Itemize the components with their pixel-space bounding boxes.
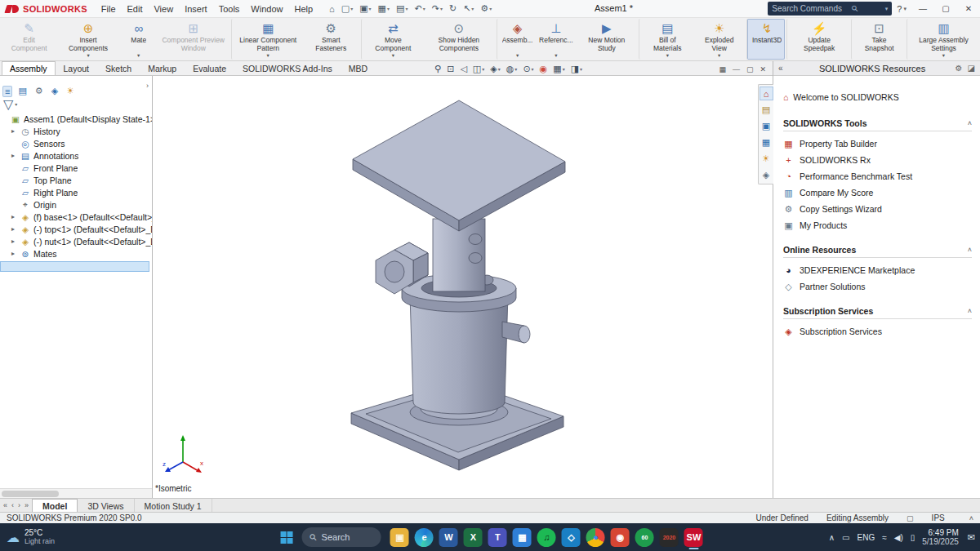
taskbar-app-icon[interactable]: ▣: [387, 524, 412, 550]
ribbon-button[interactable]: ⇄ Move Component ▾: [361, 19, 423, 60]
taskbar-app-icon[interactable]: e: [412, 524, 436, 550]
base-body[interactable]: [402, 274, 516, 414]
quick-access-button[interactable]: ⚙ ▾: [478, 2, 494, 15]
options-gear-icon[interactable]: ⚙: [956, 64, 963, 73]
command-search[interactable]: Search Commands ⚲ ▾: [768, 2, 892, 16]
tab-scroll-button[interactable]: ›: [18, 501, 20, 509]
ribbon-button[interactable]: ⊙ Show Hidden Components: [423, 19, 495, 60]
headsup-button[interactable]: ⚲: [433, 64, 443, 74]
taskbar-app-icon[interactable]: X: [461, 524, 485, 550]
tree-item[interactable]: ▸ ◈ (f) base<1> (Default<<Default>_...: [0, 211, 152, 223]
taskbar-search[interactable]: ⚲ Search: [302, 527, 381, 547]
quick-access-button[interactable]: ▦ ▾: [376, 2, 392, 15]
tree-item[interactable]: ⌖ Origin: [0, 198, 152, 211]
tab-scroll-button[interactable]: «: [3, 501, 7, 509]
collapse-section-icon[interactable]: ˄: [968, 307, 972, 315]
headsup-button[interactable]: ◉: [538, 64, 550, 74]
ribbon-button[interactable]: ⊞ Component Preview Window: [158, 19, 229, 60]
ribbon-button[interactable]: ✎ Edit Component: [2, 19, 56, 60]
taskbar-app-icon[interactable]: ♫: [534, 524, 559, 550]
tommy-hole[interactable]: [469, 234, 482, 245]
ribbon-button[interactable]: ⊡ Take Snapshot: [851, 19, 905, 60]
ribbon-button[interactable]: ⚙ Smart Fasteners: [303, 19, 359, 60]
close-button[interactable]: ✕: [957, 0, 980, 18]
command-tab[interactable]: Markup: [140, 61, 185, 75]
tree-panel-tab[interactable]: ⚙: [33, 86, 45, 96]
scrollbar-thumb[interactable]: [2, 491, 59, 497]
expand-caret-icon[interactable]: ▸: [11, 213, 20, 220]
tree-horizontal-scrollbar[interactable]: [0, 488, 152, 498]
command-tab[interactable]: MBD: [341, 61, 376, 75]
section-header-subscription[interactable]: Subscription Services ˄: [783, 306, 972, 319]
quick-access-button[interactable]: ▣ ▾: [357, 2, 373, 15]
tree-item[interactable]: ▸ ◈ (-) top<1> (Default<<Default>_D...: [0, 223, 152, 235]
quick-access-button[interactable]: ↻: [447, 2, 459, 15]
menu-item[interactable]: Window: [245, 2, 288, 16]
resource-item[interactable]: ▥ Compare My Score: [783, 184, 972, 201]
tree-item[interactable]: ▸ ⊚ Mates: [0, 247, 152, 260]
tree-panel-tab[interactable]: ◈: [50, 86, 60, 96]
command-tab[interactable]: Layout: [56, 61, 98, 75]
ribbon-button[interactable]: ▥ Large Assembly Settings ▾: [906, 19, 978, 60]
notification-icon[interactable]: ✉: [968, 532, 975, 543]
ribbon-button[interactable]: ↯ Instant3D: [746, 19, 785, 60]
tree-panel-tab[interactable]: ☀: [65, 86, 76, 96]
clock[interactable]: 6:49 PM 5/19/2025: [922, 528, 959, 546]
menu-item[interactable]: Help: [288, 2, 318, 16]
doc-window-control[interactable]: —: [733, 65, 740, 73]
resource-item[interactable]: ⚙ Copy Settings Wizard: [783, 201, 972, 217]
ribbon-button[interactable]: ∞ Mate ▾: [120, 19, 158, 60]
expand-caret-icon[interactable]: ▸: [11, 127, 20, 135]
battery-icon[interactable]: ▯: [911, 533, 915, 542]
touchpad-icon[interactable]: ▭: [842, 533, 849, 542]
menu-item[interactable]: Tools: [213, 2, 246, 16]
model-canvas[interactable]: [153, 76, 773, 498]
task-pane-tab[interactable]: ⌂: [760, 87, 773, 100]
command-tab[interactable]: Assembly: [2, 61, 56, 75]
expand-caret-icon[interactable]: ▸: [11, 250, 20, 257]
tree-item[interactable]: ▱ Right Plane: [0, 186, 152, 198]
weather-widget[interactable]: ☁ 25°C Light rain: [7, 523, 55, 551]
headsup-button[interactable]: ▦ ▾: [551, 64, 566, 74]
quick-access-button[interactable]: ↖ ▾: [461, 2, 476, 15]
task-pane-tab[interactable]: ◈: [760, 169, 773, 181]
welcome-link[interactable]: ⌂ Welcome to SOLIDWORKS: [783, 87, 972, 107]
maximize-button[interactable]: ▢: [934, 0, 957, 18]
headsup-button[interactable]: ⊙ ▾: [521, 64, 535, 74]
tab-scroll-button[interactable]: »: [24, 501, 29, 509]
command-tab[interactable]: Evaluate: [185, 61, 234, 75]
tray-overflow-caret-icon[interactable]: ∧: [829, 533, 835, 542]
tree-item[interactable]: ▸ ▤ Annotations: [0, 149, 152, 162]
bottom-tab[interactable]: Motion Study 1: [135, 499, 212, 512]
ribbon-button[interactable]: ☀ Exploded View ▾: [693, 19, 745, 60]
taskbar-app-icon[interactable]: ▦: [510, 524, 534, 550]
doc-window-control[interactable]: ✕: [760, 65, 766, 73]
tree-selection-highlight[interactable]: [0, 261, 149, 272]
tree-panel-tab[interactable]: ≡: [3, 87, 11, 96]
volume-icon[interactable]: ◀): [894, 533, 903, 542]
top-plate[interactable]: [353, 100, 565, 231]
resource-item[interactable]: ▦ Property Tab Builder: [783, 136, 972, 152]
jack-assembly[interactable]: [351, 100, 565, 470]
ribbon-button[interactable]: ◈ Assemb... ▾: [497, 19, 537, 60]
tree-item[interactable]: ◎ Sensors: [0, 137, 152, 149]
resource-item[interactable]: ◇ Partner Solutions: [783, 278, 972, 295]
menu-item[interactable]: Insert: [179, 2, 213, 16]
expand-caret-icon[interactable]: ▸: [11, 238, 20, 245]
panel-expand-chevron[interactable]: ›: [146, 82, 149, 90]
taskbar-app-icon[interactable]: 2020: [657, 524, 681, 550]
menu-item[interactable]: File: [96, 2, 122, 16]
quick-access-button[interactable]: ▤ ▾: [394, 2, 410, 15]
tree-panel-tab[interactable]: ▤: [16, 86, 28, 96]
menu-item[interactable]: Edit: [122, 2, 149, 16]
taskbar-app-icon[interactable]: W: [436, 524, 461, 550]
headsup-button[interactable]: ◨ ▾: [569, 64, 584, 74]
ribbon-button[interactable]: ⚡ Update Speedpak: [786, 19, 849, 60]
ribbon-button[interactable]: ⊥ Referenc... ▾: [536, 19, 576, 60]
taskbar-app-icon[interactable]: ●: [583, 524, 608, 550]
ribbon-button[interactable]: ▤ Bill of Materials ▾: [639, 19, 693, 60]
tree-item[interactable]: ▱ Top Plane: [0, 174, 152, 186]
headsup-button[interactable]: ◈ ▾: [488, 64, 501, 74]
bottom-tab[interactable]: 3D Views: [78, 499, 134, 512]
start-button[interactable]: [274, 524, 299, 550]
